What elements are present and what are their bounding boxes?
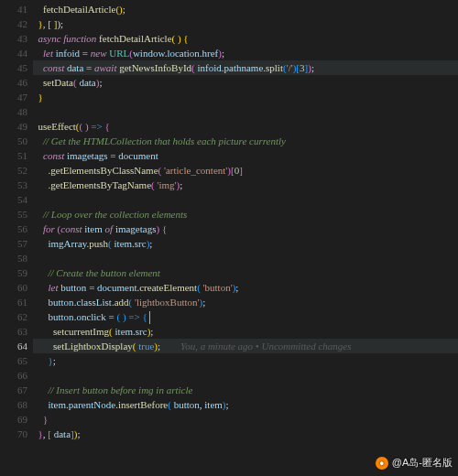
line-number: 48 [0,104,33,119]
line-number: 55 [0,207,33,222]
fn-name: fetchDetailArticle [43,4,115,15]
line-number: 65 [0,353,33,368]
line-number: 68 [0,397,33,412]
weibo-watermark: ● @A岛-匿名版 [376,456,453,471]
line-number: 41 [0,2,33,16]
code-area[interactable]: fetchDetailArticle(); }, [ ]); async fun… [33,0,458,441]
line-number: 69 [0,412,33,427]
line-number: 63 [0,324,33,339]
git-blame-hint: You, a minute ago • Uncommitted changes [180,341,351,352]
active-line[interactable]: setLightboxDisplay( true); You, a minute… [33,339,458,353]
line-number: 51 [0,148,33,163]
comment: // Get the HTMLCollection that holds eac… [43,135,286,146]
line-number: 67 [0,383,33,397]
comment: // Loop over the collection elements [43,209,187,220]
line-number: 43 [0,31,33,46]
line-number: 64 [0,339,33,353]
comment: // Create the button element [49,267,160,278]
line-number: 59 [0,265,33,280]
line-number: 56 [0,222,33,236]
line-number: 61 [0,295,33,309]
line-number: 52 [0,163,33,178]
weibo-icon: ● [376,457,388,470]
comment: // Insert button before img in article [49,384,193,395]
line-number: 46 [0,75,33,90]
cursor [149,311,150,324]
line-number: 58 [0,251,33,265]
line-number: 66 [0,368,33,383]
line-number: 70 [0,427,33,441]
code-editor[interactable]: 4142434445464748495051525354555657585960… [0,0,458,476]
line-number: 45 [0,60,33,75]
line-number-gutter: 4142434445464748495051525354555657585960… [0,0,33,476]
line-number: 49 [0,119,33,134]
line-number: 42 [0,16,33,31]
line-number: 60 [0,280,33,295]
line-number: 54 [0,192,33,207]
line-number: 47 [0,90,33,104]
line-number: 62 [0,309,33,324]
line-number: 57 [0,236,33,251]
watermark-text: @A岛-匿名版 [392,456,453,471]
line-number: 44 [0,46,33,60]
line-number: 53 [0,178,33,192]
line-number: 50 [0,134,33,148]
